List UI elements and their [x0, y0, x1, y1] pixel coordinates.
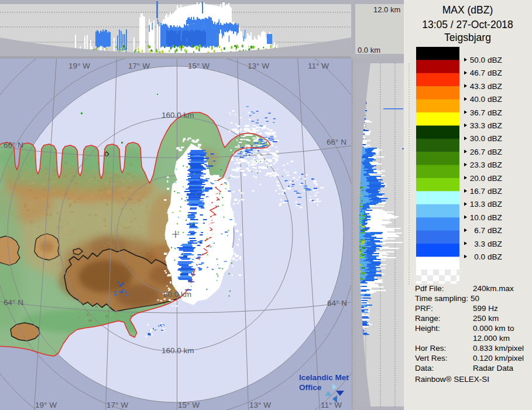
- svg-text:Hor Res:: Hor Res:: [415, 344, 446, 353]
- svg-text:dBZ: dBZ: [488, 174, 502, 183]
- svg-text:17° W: 17° W: [107, 401, 128, 409]
- svg-text:dBZ: dBZ: [488, 160, 502, 169]
- svg-text:13.3: 13.3: [470, 200, 485, 209]
- svg-text:23.3: 23.3: [470, 160, 485, 169]
- svg-text:dBZ: dBZ: [488, 69, 502, 77]
- svg-text:50: 50: [471, 294, 479, 303]
- svg-text:12.000 km: 12.000 km: [473, 334, 510, 343]
- svg-text:12.0 km: 12.0 km: [373, 5, 400, 14]
- svg-text:dBZ: dBZ: [488, 56, 502, 64]
- svg-text:dBZ: dBZ: [488, 134, 502, 143]
- svg-text:dBZ: dBZ: [488, 82, 502, 91]
- svg-text:dBZ: dBZ: [488, 252, 502, 261]
- svg-text:3.3: 3.3: [474, 240, 485, 248]
- svg-text:43.3: 43.3: [470, 82, 485, 91]
- svg-text:13° W: 13° W: [249, 401, 271, 409]
- svg-text:Pdf File:: Pdf File:: [415, 284, 444, 293]
- svg-text:19° W: 19° W: [35, 401, 57, 409]
- svg-text:10.0: 10.0: [470, 213, 485, 222]
- svg-text:66° N: 66° N: [327, 138, 346, 146]
- svg-text:64° N: 64° N: [327, 299, 347, 308]
- svg-text:Icelandic Met: Icelandic Met: [299, 373, 349, 382]
- svg-text:0.0 km: 0.0 km: [358, 46, 380, 54]
- svg-text:Rainbow® SELEX-SI: Rainbow® SELEX-SI: [415, 375, 489, 384]
- svg-text:17° W: 17° W: [128, 62, 150, 70]
- svg-text:0.0: 0.0: [474, 252, 485, 261]
- svg-text:Teigsbjarg: Teigsbjarg: [444, 32, 491, 43]
- svg-text:0.833 km/pixel: 0.833 km/pixel: [473, 344, 524, 353]
- svg-text:64° N: 64° N: [4, 298, 23, 307]
- svg-text:13:05 / 27-Oct-2018: 13:05 / 27-Oct-2018: [422, 19, 513, 30]
- svg-text:40.0: 40.0: [470, 95, 485, 104]
- svg-text:30.0: 30.0: [470, 134, 485, 143]
- svg-text:dBZ: dBZ: [488, 95, 502, 104]
- svg-text:dBZ: dBZ: [488, 187, 502, 196]
- svg-text:Time sampling:: Time sampling:: [415, 294, 468, 303]
- svg-text:Vert Res:: Vert Res:: [415, 354, 448, 363]
- svg-text:Range:: Range:: [415, 314, 441, 323]
- svg-text:dBZ: dBZ: [488, 213, 502, 222]
- svg-text:Height:: Height:: [415, 324, 440, 333]
- svg-text:dBZ: dBZ: [488, 108, 502, 117]
- svg-text:6.7: 6.7: [474, 226, 485, 235]
- svg-text:46.7: 46.7: [470, 69, 485, 77]
- svg-text:11° W: 11° W: [308, 62, 329, 70]
- svg-text:dBZ: dBZ: [488, 226, 502, 235]
- svg-text:26.7: 26.7: [470, 148, 485, 156]
- svg-text:50.0: 50.0: [470, 56, 485, 64]
- svg-text:Office: Office: [299, 383, 322, 392]
- svg-text:11° W: 11° W: [321, 401, 342, 409]
- svg-text:0.000 km to: 0.000 km to: [473, 324, 514, 333]
- svg-text:PRF:: PRF:: [415, 304, 433, 313]
- svg-text:160.0 km: 160.0 km: [162, 346, 194, 355]
- svg-text:Radar Data: Radar Data: [473, 364, 514, 373]
- svg-text:Data:: Data:: [415, 364, 434, 373]
- svg-text:250 km: 250 km: [473, 314, 499, 323]
- svg-text:33.3: 33.3: [470, 121, 485, 130]
- svg-text:0.120 km/pixel: 0.120 km/pixel: [473, 354, 524, 363]
- svg-text:36.7: 36.7: [470, 108, 485, 117]
- svg-text:15° W: 15° W: [178, 401, 200, 409]
- svg-text:66° N: 66° N: [4, 141, 23, 149]
- svg-text:dBZ: dBZ: [488, 240, 502, 248]
- svg-text:160.0 km: 160.0 km: [162, 111, 194, 119]
- svg-text:240km.max: 240km.max: [473, 284, 514, 293]
- svg-text:20.0: 20.0: [470, 174, 485, 183]
- svg-text:MAX (dBZ): MAX (dBZ): [442, 4, 493, 16]
- svg-text:dBZ: dBZ: [488, 148, 502, 156]
- svg-text:16.7: 16.7: [470, 187, 485, 196]
- svg-text:19° W: 19° W: [68, 62, 90, 70]
- svg-text:599 Hz: 599 Hz: [473, 304, 498, 313]
- svg-text:dBZ: dBZ: [488, 121, 502, 130]
- svg-text:15° W: 15° W: [188, 62, 210, 70]
- svg-text:dBZ: dBZ: [488, 200, 502, 209]
- svg-text:13° W: 13° W: [248, 62, 269, 70]
- svg-text:80.0 km: 80.0 km: [163, 290, 191, 299]
